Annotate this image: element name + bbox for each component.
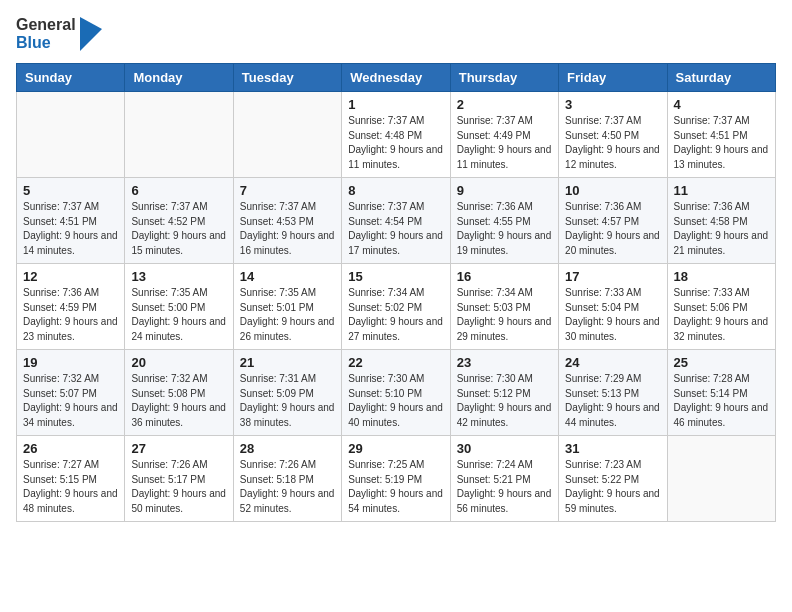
calendar-header-row: SundayMondayTuesdayWednesdayThursdayFrid… <box>17 64 776 92</box>
weekday-header-saturday: Saturday <box>667 64 775 92</box>
day-info: Sunrise: 7:25 AM Sunset: 5:19 PM Dayligh… <box>348 458 443 516</box>
day-number: 23 <box>457 355 552 370</box>
calendar-cell: 14Sunrise: 7:35 AM Sunset: 5:01 PM Dayli… <box>233 264 341 350</box>
day-number: 28 <box>240 441 335 456</box>
day-info: Sunrise: 7:36 AM Sunset: 4:55 PM Dayligh… <box>457 200 552 258</box>
day-info: Sunrise: 7:35 AM Sunset: 5:01 PM Dayligh… <box>240 286 335 344</box>
day-number: 30 <box>457 441 552 456</box>
day-info: Sunrise: 7:26 AM Sunset: 5:17 PM Dayligh… <box>131 458 226 516</box>
calendar-cell: 6Sunrise: 7:37 AM Sunset: 4:52 PM Daylig… <box>125 178 233 264</box>
svg-marker-0 <box>80 17 102 51</box>
day-info: Sunrise: 7:37 AM Sunset: 4:54 PM Dayligh… <box>348 200 443 258</box>
weekday-header-wednesday: Wednesday <box>342 64 450 92</box>
calendar-week-row: 26Sunrise: 7:27 AM Sunset: 5:15 PM Dayli… <box>17 436 776 522</box>
day-number: 24 <box>565 355 660 370</box>
day-number: 22 <box>348 355 443 370</box>
calendar-cell: 8Sunrise: 7:37 AM Sunset: 4:54 PM Daylig… <box>342 178 450 264</box>
day-number: 10 <box>565 183 660 198</box>
day-info: Sunrise: 7:33 AM Sunset: 5:04 PM Dayligh… <box>565 286 660 344</box>
day-info: Sunrise: 7:37 AM Sunset: 4:49 PM Dayligh… <box>457 114 552 172</box>
day-number: 11 <box>674 183 769 198</box>
day-info: Sunrise: 7:31 AM Sunset: 5:09 PM Dayligh… <box>240 372 335 430</box>
calendar-cell: 21Sunrise: 7:31 AM Sunset: 5:09 PM Dayli… <box>233 350 341 436</box>
calendar-week-row: 1Sunrise: 7:37 AM Sunset: 4:48 PM Daylig… <box>17 92 776 178</box>
day-info: Sunrise: 7:30 AM Sunset: 5:12 PM Dayligh… <box>457 372 552 430</box>
day-number: 13 <box>131 269 226 284</box>
day-number: 9 <box>457 183 552 198</box>
day-info: Sunrise: 7:30 AM Sunset: 5:10 PM Dayligh… <box>348 372 443 430</box>
calendar-cell: 31Sunrise: 7:23 AM Sunset: 5:22 PM Dayli… <box>559 436 667 522</box>
day-number: 15 <box>348 269 443 284</box>
day-info: Sunrise: 7:32 AM Sunset: 5:07 PM Dayligh… <box>23 372 118 430</box>
day-info: Sunrise: 7:26 AM Sunset: 5:18 PM Dayligh… <box>240 458 335 516</box>
calendar-cell: 13Sunrise: 7:35 AM Sunset: 5:00 PM Dayli… <box>125 264 233 350</box>
day-info: Sunrise: 7:37 AM Sunset: 4:51 PM Dayligh… <box>23 200 118 258</box>
calendar-cell: 25Sunrise: 7:28 AM Sunset: 5:14 PM Dayli… <box>667 350 775 436</box>
day-info: Sunrise: 7:23 AM Sunset: 5:22 PM Dayligh… <box>565 458 660 516</box>
day-number: 18 <box>674 269 769 284</box>
calendar-cell: 17Sunrise: 7:33 AM Sunset: 5:04 PM Dayli… <box>559 264 667 350</box>
day-number: 1 <box>348 97 443 112</box>
day-number: 20 <box>131 355 226 370</box>
calendar-cell <box>667 436 775 522</box>
calendar-cell: 5Sunrise: 7:37 AM Sunset: 4:51 PM Daylig… <box>17 178 125 264</box>
calendar-cell: 19Sunrise: 7:32 AM Sunset: 5:07 PM Dayli… <box>17 350 125 436</box>
day-info: Sunrise: 7:33 AM Sunset: 5:06 PM Dayligh… <box>674 286 769 344</box>
calendar-cell: 7Sunrise: 7:37 AM Sunset: 4:53 PM Daylig… <box>233 178 341 264</box>
calendar-cell <box>233 92 341 178</box>
logo-blue-text: Blue <box>16 34 76 52</box>
calendar-cell <box>125 92 233 178</box>
day-number: 12 <box>23 269 118 284</box>
calendar-cell: 22Sunrise: 7:30 AM Sunset: 5:10 PM Dayli… <box>342 350 450 436</box>
day-info: Sunrise: 7:37 AM Sunset: 4:53 PM Dayligh… <box>240 200 335 258</box>
calendar-cell: 23Sunrise: 7:30 AM Sunset: 5:12 PM Dayli… <box>450 350 558 436</box>
calendar-table: SundayMondayTuesdayWednesdayThursdayFrid… <box>16 63 776 522</box>
calendar-cell: 12Sunrise: 7:36 AM Sunset: 4:59 PM Dayli… <box>17 264 125 350</box>
day-number: 27 <box>131 441 226 456</box>
calendar-cell: 16Sunrise: 7:34 AM Sunset: 5:03 PM Dayli… <box>450 264 558 350</box>
calendar-cell: 10Sunrise: 7:36 AM Sunset: 4:57 PM Dayli… <box>559 178 667 264</box>
calendar-cell <box>17 92 125 178</box>
day-info: Sunrise: 7:36 AM Sunset: 4:58 PM Dayligh… <box>674 200 769 258</box>
calendar-cell: 2Sunrise: 7:37 AM Sunset: 4:49 PM Daylig… <box>450 92 558 178</box>
weekday-header-monday: Monday <box>125 64 233 92</box>
calendar-cell: 30Sunrise: 7:24 AM Sunset: 5:21 PM Dayli… <box>450 436 558 522</box>
day-number: 31 <box>565 441 660 456</box>
weekday-header-thursday: Thursday <box>450 64 558 92</box>
day-number: 4 <box>674 97 769 112</box>
day-number: 2 <box>457 97 552 112</box>
calendar-cell: 1Sunrise: 7:37 AM Sunset: 4:48 PM Daylig… <box>342 92 450 178</box>
day-info: Sunrise: 7:37 AM Sunset: 4:52 PM Dayligh… <box>131 200 226 258</box>
day-info: Sunrise: 7:36 AM Sunset: 4:57 PM Dayligh… <box>565 200 660 258</box>
calendar-cell: 18Sunrise: 7:33 AM Sunset: 5:06 PM Dayli… <box>667 264 775 350</box>
day-number: 8 <box>348 183 443 198</box>
day-number: 19 <box>23 355 118 370</box>
day-info: Sunrise: 7:36 AM Sunset: 4:59 PM Dayligh… <box>23 286 118 344</box>
calendar-week-row: 19Sunrise: 7:32 AM Sunset: 5:07 PM Dayli… <box>17 350 776 436</box>
weekday-header-sunday: Sunday <box>17 64 125 92</box>
day-number: 3 <box>565 97 660 112</box>
day-info: Sunrise: 7:37 AM Sunset: 4:50 PM Dayligh… <box>565 114 660 172</box>
calendar-week-row: 12Sunrise: 7:36 AM Sunset: 4:59 PM Dayli… <box>17 264 776 350</box>
day-number: 14 <box>240 269 335 284</box>
calendar-cell: 9Sunrise: 7:36 AM Sunset: 4:55 PM Daylig… <box>450 178 558 264</box>
day-info: Sunrise: 7:37 AM Sunset: 4:51 PM Dayligh… <box>674 114 769 172</box>
calendar-cell: 28Sunrise: 7:26 AM Sunset: 5:18 PM Dayli… <box>233 436 341 522</box>
day-number: 6 <box>131 183 226 198</box>
weekday-header-tuesday: Tuesday <box>233 64 341 92</box>
calendar-cell: 26Sunrise: 7:27 AM Sunset: 5:15 PM Dayli… <box>17 436 125 522</box>
logo-general-text: General <box>16 16 76 34</box>
day-number: 29 <box>348 441 443 456</box>
page-header: GeneralBlue <box>16 16 776 51</box>
calendar-cell: 11Sunrise: 7:36 AM Sunset: 4:58 PM Dayli… <box>667 178 775 264</box>
day-info: Sunrise: 7:37 AM Sunset: 4:48 PM Dayligh… <box>348 114 443 172</box>
calendar-cell: 3Sunrise: 7:37 AM Sunset: 4:50 PM Daylig… <box>559 92 667 178</box>
day-number: 7 <box>240 183 335 198</box>
day-info: Sunrise: 7:32 AM Sunset: 5:08 PM Dayligh… <box>131 372 226 430</box>
calendar-cell: 20Sunrise: 7:32 AM Sunset: 5:08 PM Dayli… <box>125 350 233 436</box>
day-info: Sunrise: 7:24 AM Sunset: 5:21 PM Dayligh… <box>457 458 552 516</box>
calendar-week-row: 5Sunrise: 7:37 AM Sunset: 4:51 PM Daylig… <box>17 178 776 264</box>
day-number: 21 <box>240 355 335 370</box>
day-info: Sunrise: 7:35 AM Sunset: 5:00 PM Dayligh… <box>131 286 226 344</box>
day-info: Sunrise: 7:34 AM Sunset: 5:03 PM Dayligh… <box>457 286 552 344</box>
